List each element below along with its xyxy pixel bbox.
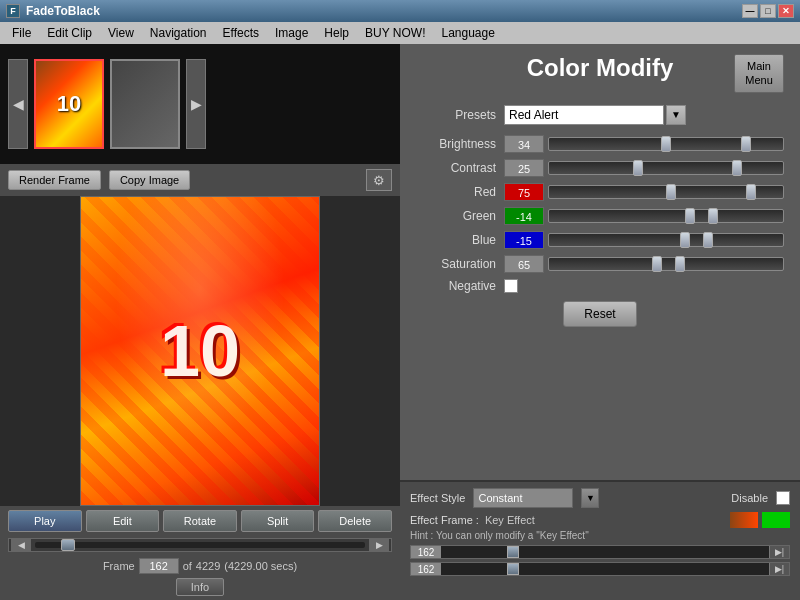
disable-checkbox[interactable] — [776, 491, 790, 505]
effect-bar: Effect Style ▼ Disable Effect Frame : Ke… — [400, 480, 800, 600]
copy-image-button[interactable]: Copy Image — [109, 170, 190, 190]
app-icon: F — [6, 4, 20, 18]
menu-language[interactable]: Language — [434, 24, 503, 42]
timeline-thumb[interactable] — [61, 539, 75, 551]
green-value: -14 — [504, 207, 544, 225]
filmstrip-thumb-1[interactable]: 10 — [34, 59, 104, 149]
timeline1-track[interactable] — [441, 546, 769, 558]
color-modify-title: Color Modify — [466, 54, 734, 82]
saturation-label: Saturation — [416, 257, 496, 271]
contrast-handle[interactable] — [633, 160, 643, 176]
brightness-slider[interactable] — [548, 137, 784, 151]
brightness-label: Brightness — [416, 137, 496, 151]
green-handle[interactable] — [685, 208, 695, 224]
menu-file[interactable]: File — [4, 24, 39, 42]
effect-timeline-1[interactable]: 162 ▶| — [410, 545, 790, 559]
disable-label: Disable — [731, 492, 768, 504]
timeline-next-button[interactable]: ▶ — [369, 539, 389, 551]
hint-text: Hint : You can only modify a "Key Effect… — [410, 530, 790, 541]
presets-input[interactable] — [504, 105, 664, 125]
menu-bar: File Edit Clip View Navigation Effects I… — [0, 22, 800, 44]
presets-label: Presets — [416, 108, 496, 122]
timeline2-thumb[interactable] — [507, 563, 519, 575]
red-handle[interactable] — [666, 184, 676, 200]
green-handle2[interactable] — [708, 208, 718, 224]
red-handle2[interactable] — [746, 184, 756, 200]
play-button[interactable]: Play — [8, 510, 82, 532]
main-menu-button[interactable]: Main Menu — [734, 54, 784, 93]
timeline2-end-button[interactable]: ▶| — [769, 563, 789, 575]
blue-handle2[interactable] — [703, 232, 713, 248]
brightness-handle[interactable] — [661, 136, 671, 152]
timeline-bar[interactable]: ◀ ▶ — [8, 538, 392, 552]
effect-style-input[interactable] — [473, 488, 573, 508]
reset-button[interactable]: Reset — [563, 301, 636, 327]
saturation-handle2[interactable] — [675, 256, 685, 272]
red-label: Red — [416, 185, 496, 199]
brightness-handle2[interactable] — [741, 136, 751, 152]
saturation-handle[interactable] — [652, 256, 662, 272]
brightness-row: Brightness 34 — [416, 135, 784, 153]
render-frame-button[interactable]: Render Frame — [8, 170, 101, 190]
frame-input[interactable] — [139, 558, 179, 574]
color-modify-header: Color Modify Main Menu — [416, 54, 784, 93]
contrast-label: Contrast — [416, 161, 496, 175]
red-slider[interactable] — [548, 185, 784, 199]
maximize-button[interactable]: □ — [760, 4, 776, 18]
saturation-slider[interactable] — [548, 257, 784, 271]
effect-frame-row: Effect Frame : Key Effect — [410, 512, 790, 528]
rotate-button[interactable]: Rotate — [163, 510, 237, 532]
delete-button[interactable]: Delete — [318, 510, 392, 532]
color-swatch-1 — [730, 512, 758, 528]
menu-edit-clip[interactable]: Edit Clip — [39, 24, 100, 42]
blue-label: Blue — [416, 233, 496, 247]
split-button[interactable]: Split — [241, 510, 315, 532]
play-buttons: Play Edit Rotate Split Delete — [8, 510, 392, 532]
blue-slider[interactable] — [548, 233, 784, 247]
presets-dropdown-arrow[interactable]: ▼ — [666, 105, 686, 125]
duration: (4229.00 secs) — [224, 560, 297, 572]
edit-button[interactable]: Edit — [86, 510, 160, 532]
menu-view[interactable]: View — [100, 24, 142, 42]
window-controls: — □ ✕ — [742, 4, 794, 18]
red-value: 75 — [504, 183, 544, 201]
effect-style-row: Effect Style ▼ Disable — [410, 488, 790, 508]
presets-row: Presets ▼ — [416, 105, 784, 125]
blue-handle[interactable] — [680, 232, 690, 248]
filmstrip-next-button[interactable]: ▶ — [186, 59, 206, 149]
timeline1-end-button[interactable]: ▶| — [769, 546, 789, 558]
total-frames: 4229 — [196, 560, 220, 572]
filmstrip-thumb-2[interactable] — [110, 59, 180, 149]
key-effect-label: Key Effect — [485, 514, 535, 526]
menu-image[interactable]: Image — [267, 24, 316, 42]
negative-checkbox[interactable] — [504, 279, 518, 293]
frame-info: Frame of 4229 (4229.00 secs) — [8, 556, 392, 576]
effect-frame-label: Effect Frame : — [410, 514, 479, 526]
settings-icon-button[interactable]: ⚙ — [366, 169, 392, 191]
frame-label: Frame — [103, 560, 135, 572]
saturation-value: 65 — [504, 255, 544, 273]
timeline2-track[interactable] — [441, 563, 769, 575]
close-button[interactable]: ✕ — [778, 4, 794, 18]
menu-buy-now[interactable]: BUY NOW! — [357, 24, 433, 42]
filmstrip-prev-button[interactable]: ◀ — [8, 59, 28, 149]
player-controls: Play Edit Rotate Split Delete ◀ ▶ Frame … — [0, 506, 400, 600]
timeline-track[interactable] — [35, 542, 365, 548]
menu-help[interactable]: Help — [316, 24, 357, 42]
menu-navigation[interactable]: Navigation — [142, 24, 215, 42]
contrast-handle2[interactable] — [732, 160, 742, 176]
menu-effects[interactable]: Effects — [215, 24, 267, 42]
red-row: Red 75 — [416, 183, 784, 201]
minimize-button[interactable]: — — [742, 4, 758, 18]
contrast-slider[interactable] — [548, 161, 784, 175]
of-label: of — [183, 560, 192, 572]
contrast-value: 25 — [504, 159, 544, 177]
effect-timeline-2[interactable]: 162 ▶| — [410, 562, 790, 576]
green-slider[interactable] — [548, 209, 784, 223]
info-button[interactable]: Info — [176, 578, 224, 596]
timeline-prev-button[interactable]: ◀ — [11, 539, 31, 551]
effect-style-dropdown-arrow[interactable]: ▼ — [581, 488, 599, 508]
timeline1-thumb[interactable] — [507, 546, 519, 558]
app-title: FadeToBlack — [26, 4, 100, 18]
blue-row: Blue -15 — [416, 231, 784, 249]
